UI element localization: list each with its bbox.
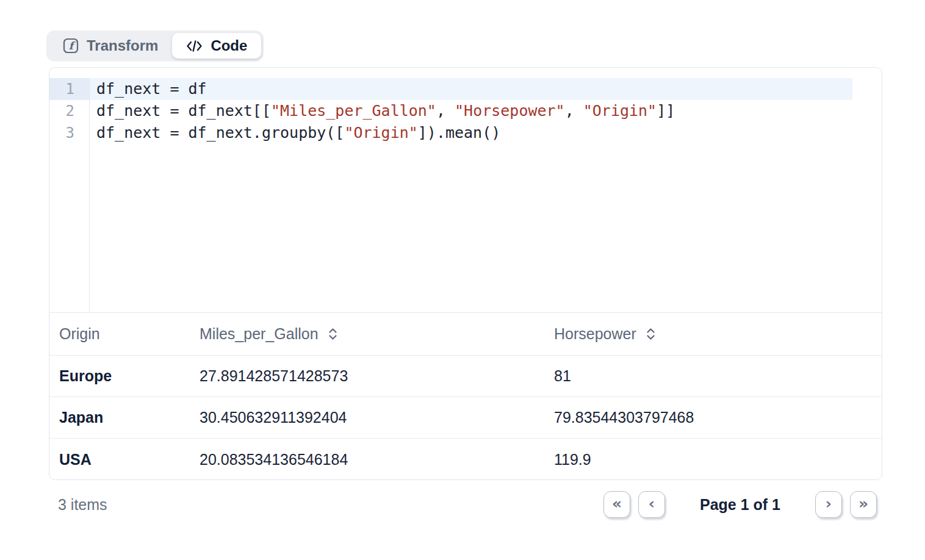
code-token: ]).mean()	[418, 124, 500, 142]
last-page-button[interactable]: »	[850, 491, 877, 518]
pagination: « ‹ Page 1 of 1 › »	[603, 491, 882, 518]
prev-page-button[interactable]: ‹	[638, 491, 665, 518]
code-string-token: "Origin"	[344, 124, 417, 142]
table-row: Japan30.45063291139240479.83544303797468	[49, 397, 882, 439]
page-indicator: Page 1 of 1	[700, 496, 780, 514]
chevron-left-icon: ‹	[649, 496, 655, 511]
value-cell: 81	[544, 367, 882, 385]
value-cell: 20.083534136546184	[190, 451, 544, 468]
column-header-horsepower: Horsepower	[544, 325, 882, 343]
code-result-card: 123 df_next = dfdf_next = df_next[["Mile…	[49, 67, 882, 480]
editor-content[interactable]: df_next = dfdf_next = df_next[["Miles_pe…	[90, 78, 882, 312]
table-body: Europe27.89142857142857381Japan30.450632…	[49, 356, 882, 480]
code-line[interactable]: df_next = df_next[["Miles_per_Gallon", "…	[90, 100, 882, 122]
value-cell: 30.450632911392404	[190, 409, 544, 426]
double-chevron-left-icon: «	[612, 496, 622, 511]
table-row: Europe27.89142857142857381	[49, 356, 882, 397]
code-icon	[186, 40, 203, 52]
code-editor[interactable]: 123 df_next = dfdf_next = df_next[["Mile…	[49, 68, 882, 313]
code-string-token: "Miles_per_Gallon"	[271, 102, 436, 120]
tab-code-label: Code	[211, 37, 247, 54]
function-icon: f	[63, 38, 79, 54]
table-footer: 3 items « ‹ Page 1 of 1 › »	[49, 483, 882, 526]
code-string-token: "Origin"	[583, 102, 657, 120]
code-token: df_next = df_next[[	[96, 102, 271, 120]
view-tab-group: f Transform Code	[46, 31, 264, 61]
line-number: 2	[49, 100, 89, 122]
next-page-button[interactable]: ›	[815, 491, 842, 518]
double-chevron-right-icon: »	[858, 496, 868, 511]
sort-icon[interactable]	[646, 328, 655, 340]
code-token: ]]	[657, 102, 675, 120]
svg-text:f: f	[69, 40, 76, 52]
editor-gutter: 123	[49, 78, 90, 312]
code-token: df_next = df_next.groupby([	[96, 124, 344, 142]
code-token: ,	[436, 102, 455, 120]
table-header-row: OriginMiles_per_GallonHorsepower	[49, 313, 882, 356]
column-header-miles_per_gallon: Miles_per_Gallon	[190, 325, 544, 343]
tab-transform[interactable]: f Transform	[49, 33, 172, 59]
tab-transform-label: Transform	[87, 37, 158, 54]
code-string-token: "Horsepower"	[455, 102, 565, 120]
row-index-cell: Japan	[49, 409, 190, 426]
row-index-cell: Europe	[49, 367, 190, 385]
tab-code[interactable]: Code	[172, 33, 261, 59]
code-line[interactable]: df_next = df_next.groupby(["Origin"]).me…	[90, 122, 882, 144]
value-cell: 27.891428571428573	[190, 367, 544, 385]
chevron-right-icon: ›	[826, 496, 832, 511]
column-header-label: Origin	[59, 325, 100, 343]
value-cell: 79.83544303797468	[544, 409, 882, 426]
line-number: 3	[49, 122, 89, 144]
sort-icon[interactable]	[328, 328, 337, 340]
code-token: ,	[565, 102, 583, 120]
row-index-cell: USA	[49, 451, 190, 468]
first-page-button[interactable]: «	[603, 491, 630, 518]
code-token: df_next = df	[96, 80, 207, 98]
table-row: USA20.083534136546184119.9	[49, 439, 882, 480]
line-number: 1	[49, 78, 89, 100]
value-cell: 119.9	[544, 451, 882, 468]
items-count: 3 items	[49, 496, 107, 514]
column-header-origin: Origin	[49, 325, 190, 343]
column-header-label: Horsepower	[554, 325, 636, 343]
column-header-label: Miles_per_Gallon	[200, 325, 319, 343]
code-line[interactable]: df_next = df	[90, 78, 852, 100]
